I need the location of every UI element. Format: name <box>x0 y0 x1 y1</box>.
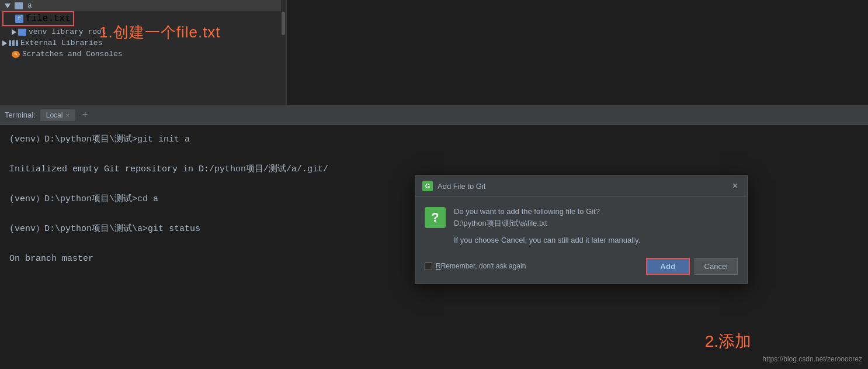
dialog-main-text: Do you want to add the following file to… <box>454 206 738 229</box>
ext-lib-expand-icon <box>2 40 7 46</box>
dialog-text-area: Do you want to add the following file to… <box>454 206 738 246</box>
sidebar-item-scratches[interactable]: ✎ Scratches and Consoles <box>0 49 286 60</box>
dialog-sub-text: If you choose Cancel, you can still add … <box>454 234 738 246</box>
sidebar-scrollbar[interactable] <box>281 0 286 105</box>
scratches-label: Scratches and Consoles <box>22 50 123 58</box>
external-lib-label: External Libraries <box>20 39 102 47</box>
term-line-3: Initialized empty Git repository in D:/p… <box>9 162 859 177</box>
sidebar: a f file.txt venv library root External … <box>0 0 286 105</box>
venv-label: venv library root <box>29 27 106 36</box>
venv-expand-icon <box>12 29 16 35</box>
remember-checkbox[interactable] <box>425 263 432 270</box>
cancel-button[interactable]: Cancel <box>695 258 738 275</box>
terminal-bar: Terminal: Local × + <box>0 105 868 125</box>
term-line-1: (venv）D:\python项目\测试>git init a <box>9 132 859 147</box>
dialog-question-icon: ? <box>425 207 446 228</box>
dialog-file-path: D:\python项目\测试\a\file.txt <box>454 219 547 227</box>
terminal-tab-close-icon[interactable]: × <box>65 112 69 119</box>
terminal-label: Terminal: <box>5 111 36 119</box>
annotation-1: 1.创建一个file.txt <box>99 22 221 43</box>
term-line-2 <box>9 147 859 163</box>
terminal-new-tab-button[interactable]: + <box>80 110 91 120</box>
terminal-tab-local[interactable]: Local × <box>40 109 75 121</box>
dialog-body: ? Do you want to add the following file … <box>415 196 747 253</box>
venv-folder-icon <box>18 29 26 36</box>
dialog-git-icon: G <box>422 181 433 191</box>
folder-icon <box>15 2 23 9</box>
add-file-dialog: G Add File to Git × ? Do you want to add… <box>415 175 748 284</box>
vertical-divider <box>286 0 287 105</box>
file-icon: f <box>15 15 23 23</box>
sidebar-item-folder-a[interactable]: a <box>0 0 286 11</box>
file-txt-label: file.txt <box>26 13 71 24</box>
dialog-title-left: G Add File to Git <box>422 181 485 191</box>
dialog-buttons: Add Cancel <box>646 258 738 275</box>
dialog-titlebar: G Add File to Git × <box>415 176 747 196</box>
folder-a-label: a <box>27 1 32 10</box>
sidebar-scrollbar-thumb <box>282 12 285 35</box>
add-button[interactable]: Add <box>646 258 689 275</box>
sidebar-item-file-txt[interactable]: f file.txt <box>2 11 74 26</box>
remember-checkbox-label: RRemember, don't ask again <box>436 262 526 270</box>
scratches-icon: ✎ <box>12 51 20 58</box>
remember-checkbox-area[interactable]: RRemember, don't ask again <box>425 262 526 270</box>
folder-expand-icon <box>5 4 11 8</box>
ext-lib-icon <box>9 40 18 46</box>
dialog-question-text: Do you want to add the following file to… <box>454 207 600 216</box>
dialog-footer: RRemember, don't ask again Add Cancel <box>415 253 747 283</box>
dialog-title-text: Add File to Git <box>438 182 485 191</box>
terminal-tab-local-label: Local <box>46 111 63 119</box>
dialog-close-button[interactable]: × <box>730 181 740 191</box>
